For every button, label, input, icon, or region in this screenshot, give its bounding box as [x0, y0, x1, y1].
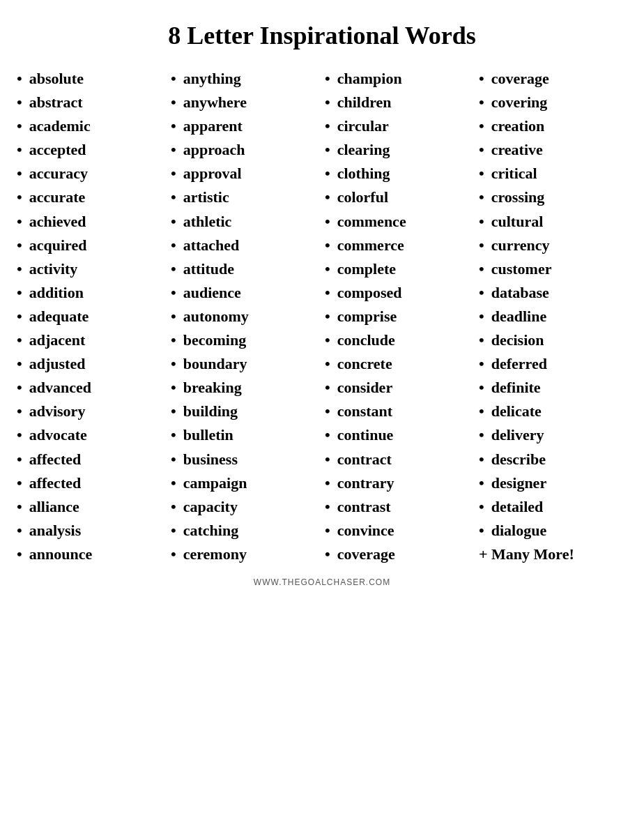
list-item: conclude	[325, 328, 473, 352]
list-item: business	[171, 448, 319, 471]
list-item: clearing	[325, 138, 473, 162]
list-item: adjusted	[17, 352, 165, 376]
list-item: dialogue	[479, 519, 627, 543]
list-item: announce	[17, 543, 165, 566]
list-item: children	[325, 91, 473, 114]
list-item: adjacent	[17, 328, 165, 352]
list-item: contrast	[325, 495, 473, 519]
list-item: catching	[171, 519, 319, 543]
list-item: breaking	[171, 376, 319, 400]
list-item: adequate	[17, 305, 165, 328]
list-item: approach	[171, 138, 319, 162]
list-item: continue	[325, 423, 473, 447]
list-item: currency	[479, 234, 627, 257]
list-item: designer	[479, 471, 627, 495]
list-item: addition	[17, 281, 165, 305]
list-item: autonomy	[171, 305, 319, 328]
list-item: advanced	[17, 376, 165, 400]
list-item: coverage	[479, 67, 627, 91]
list-item: accuracy	[17, 162, 165, 185]
column-4: coveragecoveringcreationcreativecritical…	[476, 67, 630, 566]
list-item: advocate	[17, 423, 165, 447]
list-item: deferred	[479, 352, 627, 376]
list-item: comprise	[325, 305, 473, 328]
list-item: contrary	[325, 471, 473, 495]
list-item: alliance	[17, 495, 165, 519]
list-item: cultural	[479, 210, 627, 234]
page-title: 8 Letter Inspirational Words	[168, 21, 476, 50]
list-item: commence	[325, 210, 473, 234]
footer-url: WWW.THEGOALCHASER.COM	[254, 577, 390, 587]
list-item: decision	[479, 328, 627, 352]
list-item: delicate	[479, 400, 627, 423]
list-item: anything	[171, 67, 319, 91]
column-1: absoluteabstractacademicacceptedaccuracy…	[14, 67, 168, 566]
list-item: critical	[479, 162, 627, 185]
list-item: accurate	[17, 185, 165, 209]
column-2: anythinganywhereapparentapproachapproval…	[168, 67, 322, 566]
list-item: convince	[325, 519, 473, 543]
list-item: bulletin	[171, 423, 319, 447]
list-item: complete	[325, 257, 473, 281]
list-item: achieved	[17, 210, 165, 234]
list-item: analysis	[17, 519, 165, 543]
list-item: apparent	[171, 114, 319, 138]
list-item: delivery	[479, 423, 627, 447]
list-item: activity	[17, 257, 165, 281]
list-item: anywhere	[171, 91, 319, 114]
list-item: composed	[325, 281, 473, 305]
list-item: affected	[17, 448, 165, 471]
list-item: circular	[325, 114, 473, 138]
list-item: creation	[479, 114, 627, 138]
list-item: abstract	[17, 91, 165, 114]
list-item: advisory	[17, 400, 165, 423]
list-item: champion	[325, 67, 473, 91]
list-item: customer	[479, 257, 627, 281]
list-item: campaign	[171, 471, 319, 495]
list-item: database	[479, 281, 627, 305]
word-grid: absoluteabstractacademicacceptedaccuracy…	[14, 67, 630, 566]
list-item: ceremony	[171, 543, 319, 566]
list-item: coverage	[325, 543, 473, 566]
list-item: crossing	[479, 185, 627, 209]
list-item: affected	[17, 471, 165, 495]
list-item: attitude	[171, 257, 319, 281]
list-item: absolute	[17, 67, 165, 91]
list-item: detailed	[479, 495, 627, 519]
many-more-label: + Many More!	[479, 543, 627, 566]
list-item: creative	[479, 138, 627, 162]
list-item: deadline	[479, 305, 627, 328]
list-item: concrete	[325, 352, 473, 376]
column-3: championchildrencircularclearingclothing…	[322, 67, 476, 566]
list-item: athletic	[171, 210, 319, 234]
list-item: becoming	[171, 328, 319, 352]
list-item: clothing	[325, 162, 473, 185]
list-item: capacity	[171, 495, 319, 519]
list-item: definite	[479, 376, 627, 400]
list-item: contract	[325, 448, 473, 471]
list-item: covering	[479, 91, 627, 114]
list-item: constant	[325, 400, 473, 423]
list-item: accepted	[17, 138, 165, 162]
list-item: colorful	[325, 185, 473, 209]
list-item: boundary	[171, 352, 319, 376]
list-item: building	[171, 400, 319, 423]
list-item: approval	[171, 162, 319, 185]
list-item: commerce	[325, 234, 473, 257]
list-item: artistic	[171, 185, 319, 209]
list-item: academic	[17, 114, 165, 138]
list-item: acquired	[17, 234, 165, 257]
list-item: describe	[479, 448, 627, 471]
list-item: consider	[325, 376, 473, 400]
list-item: audience	[171, 281, 319, 305]
list-item: attached	[171, 234, 319, 257]
